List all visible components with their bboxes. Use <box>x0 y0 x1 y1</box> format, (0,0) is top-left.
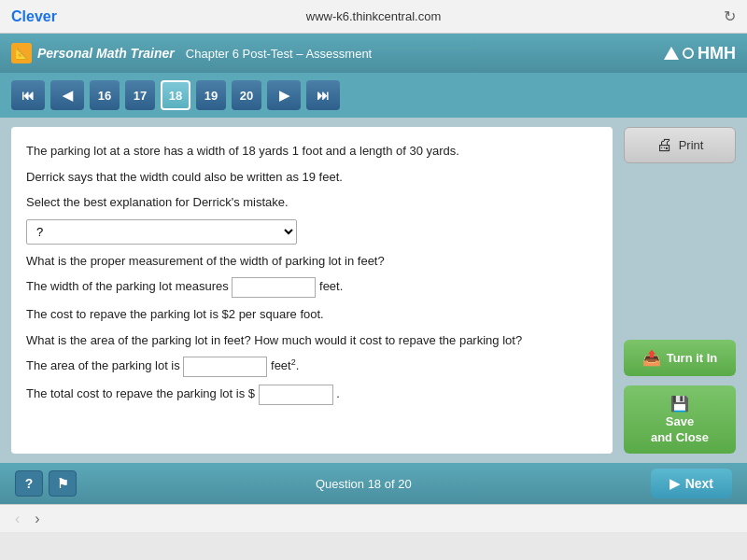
hmh-logo: HMH <box>664 44 736 63</box>
print-button[interactable]: 🖨 Print <box>624 127 736 163</box>
browser-bar: Clever www-k6.thinkcentral.com ↻ <box>0 0 747 34</box>
next-button[interactable]: ▶ Next <box>651 469 732 498</box>
browser-back-arrow[interactable]: ‹ <box>15 511 20 527</box>
page-17[interactable]: 17 <box>125 80 155 110</box>
question-counter: Question 18 of 20 <box>316 477 412 491</box>
print-icon: 🖨 <box>656 135 673 155</box>
nav-bar: ⏮ ◀ 16 17 18 19 20 ▶ ⏭ <box>0 73 747 118</box>
page-20[interactable]: 20 <box>232 80 261 110</box>
explanation-dropdown[interactable]: ? He converted incorrectly He added inst… <box>26 219 297 245</box>
prev-page-button[interactable]: ◀ <box>50 80 84 110</box>
help-button[interactable]: ? <box>15 470 43 497</box>
question-panel: The parking lot at a store has a width o… <box>11 127 613 454</box>
app-name: Personal Math Trainer <box>37 46 175 61</box>
hmh-triangle-icon <box>664 47 679 60</box>
turn-in-label: Turn it In <box>667 351 718 365</box>
cost-question-line: The total cost to repave the parking lot… <box>26 385 598 405</box>
browser-nav: ‹ › <box>0 504 747 532</box>
main-content: The parking lot at a store has a width o… <box>0 118 747 463</box>
refresh-icon[interactable]: ↻ <box>724 7 736 25</box>
page-19[interactable]: 19 <box>196 80 226 110</box>
area-suffix: feet2. <box>271 358 299 372</box>
turn-in-button[interactable]: 📤 Turn it In <box>624 340 736 376</box>
next-label: Next <box>685 476 713 491</box>
area-input[interactable] <box>183 357 267 377</box>
width-input[interactable] <box>232 277 316 298</box>
clever-logo: Clever <box>11 8 57 25</box>
area-question-line: The area of the parking lot is feet2. <box>26 357 598 377</box>
logo-icon: 📐 <box>11 43 32 63</box>
cost-input[interactable] <box>259 385 333 405</box>
question-text-6: The cost to repave the parking lot is $2… <box>26 305 598 324</box>
dropdown-container: ? He converted incorrectly He added inst… <box>26 219 598 245</box>
question-text-4: What is the proper measurement of the wi… <box>26 252 598 271</box>
question-text-1: The parking lot at a store has a width o… <box>26 142 598 161</box>
next-page-button[interactable]: ▶ <box>267 80 301 110</box>
right-panel: 🖨 Print 📤 Turn it In 💾 Save and Close <box>624 127 736 454</box>
chapter-title: Chapter 6 Post-Test – Assessment <box>186 47 372 61</box>
save-close-button[interactable]: 💾 Save and Close <box>624 385 736 454</box>
hmh-circle-icon <box>683 48 694 59</box>
browser-url: www-k6.thinkcentral.com <box>306 9 442 23</box>
bottom-bar: ? ⚑ Question 18 of 20 ▶ Next <box>0 463 747 504</box>
question-text-2: Derrick says that the width could also b… <box>26 168 598 187</box>
save-icon: 💾 <box>670 395 689 413</box>
save-line2: and Close <box>651 430 709 444</box>
question-text-3: Select the best explanation for Derrick'… <box>26 193 598 212</box>
app-container: 📐 Personal Math Trainer Chapter 6 Post-T… <box>0 34 747 504</box>
next-arrow-icon: ▶ <box>669 476 680 491</box>
cost-prefix: The total cost to repave the parking lot… <box>26 386 255 400</box>
width-prefix: The width of the parking lot measures <box>26 279 229 293</box>
cost-suffix: . <box>336 386 340 400</box>
flag-button[interactable]: ⚑ <box>49 470 77 497</box>
page-18-active[interactable]: 18 <box>161 80 190 110</box>
turn-in-icon: 📤 <box>642 349 661 367</box>
hmh-text: HMH <box>698 44 736 63</box>
first-page-button[interactable]: ⏮ <box>11 80 45 110</box>
area-prefix: The area of the parking lot is <box>26 358 180 372</box>
save-line1: Save <box>666 414 694 428</box>
page-16[interactable]: 16 <box>90 80 120 110</box>
header-bar: 📐 Personal Math Trainer Chapter 6 Post-T… <box>0 34 747 73</box>
app-logo: 📐 Personal Math Trainer <box>11 43 175 63</box>
help-buttons: ? ⚑ <box>15 470 77 497</box>
question-text-7: What is the area of the parking lot in f… <box>26 331 598 350</box>
width-question-line: The width of the parking lot measures fe… <box>26 277 598 298</box>
last-page-button[interactable]: ⏭ <box>306 80 340 110</box>
browser-forward-arrow[interactable]: › <box>35 511 39 527</box>
width-suffix: feet. <box>319 279 343 293</box>
print-label: Print <box>679 138 704 152</box>
